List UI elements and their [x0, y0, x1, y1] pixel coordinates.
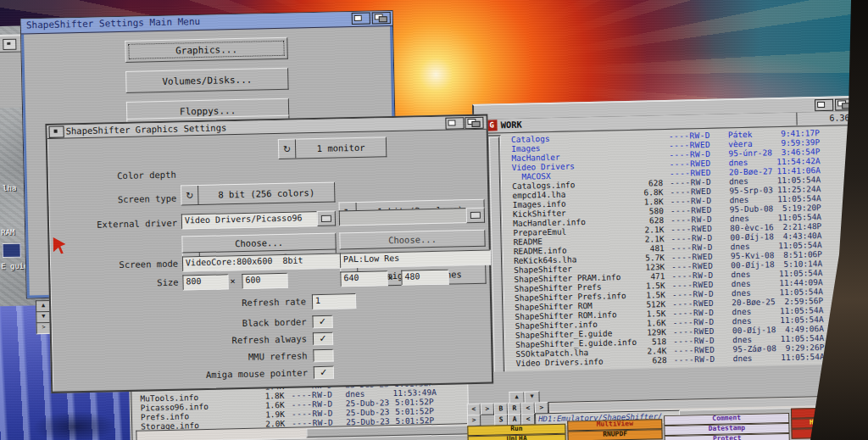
fragment-close-icon[interactable] [3, 39, 16, 50]
graphics-settings-window: ShapeShifter Graphics Settings ↻ 1 monit… [45, 114, 493, 393]
menu-button[interactable]: Volumes/Disks... [125, 68, 289, 93]
checkbox[interactable] [313, 348, 333, 362]
scroll-right-icon[interactable]: > [481, 404, 494, 415]
button-bank-white: CommentDatestampProtect [664, 413, 790, 440]
window-zoom-icon[interactable] [352, 13, 370, 25]
driver-2-file-picker-icon[interactable] [466, 208, 485, 223]
file-size: 1.5K [637, 309, 665, 319]
width-input[interactable]: 800 [182, 274, 228, 290]
menu-button[interactable]: Graphics... [125, 37, 288, 63]
file-size: 512K [637, 299, 665, 309]
amiga-height-input[interactable]: 480 [401, 270, 448, 286]
graphics-checkboxes: Black border ✓ Refresh always ✓ MMU refr… [54, 312, 344, 386]
checkbox[interactable]: ✓ [313, 331, 333, 345]
file-size [634, 141, 662, 151]
file-size [634, 131, 662, 142]
window-close-icon[interactable] [48, 125, 64, 137]
button-bank-red: ReadHex ReadEdit [791, 407, 861, 439]
file-size: 123K [637, 262, 665, 272]
window-zoom-icon[interactable] [445, 117, 464, 129]
checkbox-label: Black border [55, 316, 307, 331]
file-size: 129K [638, 327, 666, 337]
screen-type-label: Screen type [52, 193, 176, 206]
dopus-button[interactable]: Edit [791, 427, 860, 439]
file-size: 1.6K [259, 400, 285, 410]
choose-mode-button[interactable]: Choose... [181, 233, 336, 253]
checkbox[interactable]: ✓ [314, 365, 334, 379]
times-label: × [384, 272, 396, 282]
file-time: 11:05:54A [777, 352, 825, 362]
file-size: 2.1K [636, 234, 664, 244]
monitor-cycle-button[interactable]: ↻ 1 monitor [278, 136, 387, 159]
external-driver-input[interactable]: Video Drivers/Picasso96 [181, 211, 322, 230]
screen-mode-label: Screen mode [53, 259, 178, 271]
cycle-icon: ↻ [181, 186, 198, 204]
file-size: 628 [639, 355, 667, 365]
checkbox-label: MMU refresh [55, 350, 307, 365]
file-size: 2.4K [638, 346, 666, 356]
main-menu-title: ShapeShifter Settings Main Menu [26, 16, 201, 31]
file-size: 628 [636, 215, 664, 226]
monitor-photo: lha RAM E guide ▲ ▼ > G WORK 6.36 Catalo… [0, 0, 868, 440]
work-file-rows: Catalogs ----RW-D Pátek 9:41:17P Images … [511, 128, 840, 368]
window-depth-icon[interactable] [835, 98, 854, 110]
choose-amiga-mode-button[interactable]: Choose... [339, 230, 485, 250]
file-name[interactable]: Video Drivers.info [516, 356, 639, 368]
file-size: 2.1K [636, 225, 664, 235]
checkbox-label: Amiga mouse pointer [56, 367, 308, 382]
external-driver-2-input[interactable] [339, 208, 471, 226]
lister-title: WORK [500, 120, 522, 131]
driver-file-picker-icon[interactable] [317, 211, 336, 226]
file-size: 628 [635, 178, 663, 188]
height-input[interactable]: 600 [242, 273, 287, 289]
amiga-width-input[interactable]: 640 [340, 270, 387, 287]
checkbox[interactable]: ✓ [312, 315, 332, 328]
times-label: × [226, 276, 238, 286]
desktop-disk-icon[interactable] [2, 243, 20, 258]
external-driver-label: External driver [53, 218, 177, 231]
workbench-screen: lha RAM E guide ▲ ▼ > G WORK 6.36 Catalo… [0, 0, 868, 440]
file-size: 1.6K [638, 318, 666, 328]
file-size [635, 159, 663, 170]
free-memory-value: 6.36 [796, 111, 854, 125]
desktop-icon-label-lha[interactable]: lha [3, 184, 16, 192]
screen-mode-value: VideoCore:800x600 8bit [182, 253, 342, 271]
refresh-rate-input[interactable]: 1 [312, 293, 356, 309]
dopus-button[interactable]: RNUPDF [567, 429, 662, 440]
checkbox-label: Refresh always [55, 333, 307, 348]
window-zoom-icon[interactable] [815, 99, 833, 111]
graphics-title: ShapeShifter Graphics Settings [65, 122, 226, 136]
file-size: 481 [637, 243, 665, 253]
file-size: 518 [638, 337, 666, 347]
window-depth-icon[interactable] [372, 12, 391, 24]
file-size: 1.9K [259, 409, 285, 420]
left-scrollbar-handle[interactable] [306, 425, 469, 437]
file-size: 1.5K [637, 281, 665, 291]
monitor-cycle-value: 1 monitor [296, 137, 386, 158]
file-size: 1.8K [635, 197, 663, 207]
size-label: Size [53, 277, 178, 290]
file-size: 1.5K [637, 290, 665, 300]
file-size [634, 150, 662, 160]
file-date: dnes [733, 353, 777, 363]
file-size [635, 169, 663, 179]
refresh-rate-label: Refresh rate [54, 296, 306, 311]
file-permissions: ----RW-D [674, 354, 728, 364]
color-depth-value: 8 bit (256 colors) [198, 183, 334, 204]
file-size: 471 [637, 271, 665, 281]
desktop-icon-label-ram[interactable]: RAM [1, 228, 14, 237]
color-depth-label: Color depth [52, 170, 176, 182]
cycle-icon: ↻ [279, 140, 296, 159]
color-depth-cycle-button[interactable]: ↻ 8 bit (256 colors) [181, 182, 335, 206]
window-depth-icon[interactable] [465, 117, 483, 129]
button-bank-orange: MultiViewRNUPDF [567, 419, 662, 440]
dopus-window: G WORK 6.36 Catalogs ----RW-D Pátek 9:41… [472, 96, 864, 411]
file-size: 5.7K [637, 253, 665, 263]
button-bank-yellow: RunUnLHA [467, 424, 565, 440]
file-size: 6.8K [635, 187, 663, 198]
file-size: 1.8K [259, 391, 284, 401]
file-size: 580 [636, 206, 664, 216]
